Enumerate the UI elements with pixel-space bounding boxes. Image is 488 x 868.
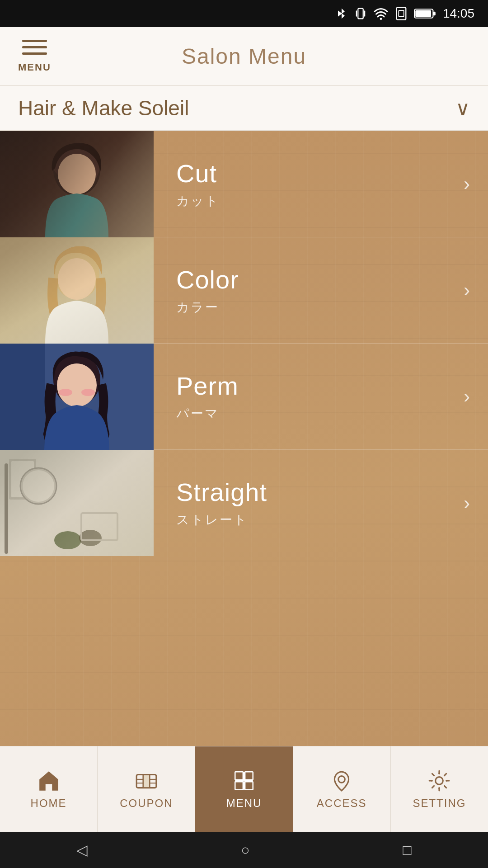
- setting-icon: [427, 769, 451, 793]
- wifi-icon: [373, 7, 389, 20]
- nav-setting-label: SETTING: [413, 797, 466, 810]
- android-recent-button[interactable]: □: [403, 842, 411, 859]
- svg-point-3: [380, 18, 382, 20]
- menu-item-perm[interactable]: Perm パーマ ›: [0, 344, 488, 450]
- cut-en-label: Cut: [176, 159, 220, 188]
- menu-bar-1: [22, 40, 47, 42]
- nav-menu-label: MENU: [226, 797, 262, 810]
- vibrate-icon: [354, 6, 367, 21]
- svg-rect-19: [0, 344, 154, 450]
- straight-info: Straight ストレート ›: [154, 450, 488, 556]
- svg-rect-28: [9, 459, 36, 500]
- menu-item-straight[interactable]: Straight ストレート ›: [0, 450, 488, 556]
- menu-item-cut[interactable]: Cut カット ›: [0, 131, 488, 237]
- page-title: Salon Menu: [182, 44, 306, 69]
- svg-rect-29: [11, 461, 34, 497]
- svg-rect-45: [245, 772, 253, 780]
- header: MENU Salon Menu: [0, 27, 488, 86]
- sim-icon: [395, 6, 408, 21]
- svg-rect-8: [433, 12, 435, 16]
- svg-rect-4: [397, 7, 406, 19]
- menu-bar-2: [22, 46, 47, 48]
- svg-rect-44: [235, 772, 243, 780]
- cut-info: Cut カット ›: [154, 131, 488, 237]
- perm-chevron-icon: ›: [464, 386, 470, 407]
- svg-rect-10: [0, 131, 154, 237]
- perm-text: Perm パーマ: [176, 371, 239, 422]
- perm-thumbnail: [0, 344, 154, 450]
- svg-point-24: [81, 389, 95, 396]
- nav-access-label: ACCESS: [317, 797, 367, 810]
- battery-icon: [414, 7, 436, 20]
- svg-rect-1: [356, 10, 357, 17]
- color-text: Color カラー: [176, 265, 239, 316]
- svg-rect-43: [144, 775, 149, 787]
- svg-point-51: [436, 777, 443, 784]
- menu-button[interactable]: MENU: [18, 40, 51, 73]
- svg-rect-13: [0, 237, 154, 344]
- straight-ja-label: ストレート: [176, 511, 267, 528]
- bottom-nav: HOME COUPON MENU: [0, 746, 488, 832]
- nav-item-setting[interactable]: SETTING: [391, 746, 488, 832]
- svg-rect-2: [364, 10, 365, 17]
- svg-point-15: [54, 250, 99, 299]
- coupon-icon: [135, 769, 158, 793]
- menu-nav-icon: [232, 769, 256, 793]
- time-display: 14:05: [443, 6, 474, 21]
- svg-rect-25: [0, 450, 154, 556]
- perm-en-label: Perm: [176, 371, 239, 401]
- android-home-button[interactable]: ○: [241, 842, 249, 859]
- menu-icon-label: MENU: [18, 61, 51, 73]
- svg-point-32: [54, 531, 81, 549]
- svg-point-50: [338, 776, 345, 783]
- nav-item-home[interactable]: HOME: [0, 746, 98, 832]
- svg-rect-26: [0, 450, 154, 556]
- cut-chevron-icon: ›: [464, 173, 470, 195]
- color-ja-label: カラー: [176, 299, 239, 316]
- salon-selector[interactable]: Hair & Make Soleil ∨: [0, 86, 488, 131]
- svg-rect-5: [399, 10, 404, 17]
- nav-item-access[interactable]: ACCESS: [293, 746, 391, 832]
- android-nav-bar: ◁ ○ □: [0, 832, 488, 868]
- svg-rect-9: [0, 131, 154, 237]
- svg-rect-35: [81, 513, 117, 540]
- svg-point-22: [57, 363, 97, 407]
- straight-thumbnail: [0, 450, 154, 556]
- nav-home-label: HOME: [31, 797, 67, 810]
- straight-chevron-icon: ›: [464, 492, 470, 514]
- svg-rect-17: [0, 344, 154, 450]
- home-icon: [37, 769, 61, 793]
- svg-point-11: [53, 143, 100, 196]
- nav-item-menu[interactable]: MENU: [195, 746, 293, 832]
- cut-thumbnail: [0, 131, 154, 237]
- menu-item-color[interactable]: Color カラー ›: [0, 237, 488, 344]
- nav-coupon-label: COUPON: [120, 797, 173, 810]
- android-back-button[interactable]: ◁: [76, 841, 88, 859]
- svg-point-21: [53, 354, 100, 406]
- menu-bar-3: [22, 52, 47, 55]
- color-chevron-icon: ›: [464, 279, 470, 301]
- svg-rect-47: [245, 782, 253, 790]
- svg-rect-14: [0, 237, 154, 344]
- svg-point-23: [59, 389, 72, 396]
- color-thumbnail: [0, 237, 154, 344]
- svg-point-33: [79, 530, 102, 546]
- nav-item-coupon[interactable]: COUPON: [98, 746, 195, 832]
- salon-name: Hair & Make Soleil: [18, 96, 189, 120]
- svg-rect-46: [235, 782, 243, 790]
- svg-rect-27: [0, 450, 154, 556]
- color-info: Color カラー ›: [154, 237, 488, 343]
- svg-point-30: [20, 468, 56, 504]
- status-bar: 14:05: [0, 0, 488, 27]
- svg-point-16: [58, 258, 96, 300]
- perm-ja-label: パーマ: [176, 405, 239, 422]
- straight-text: Straight ストレート: [176, 477, 267, 528]
- bluetooth-icon: [335, 6, 348, 21]
- svg-rect-34: [5, 463, 8, 554]
- svg-rect-20: [0, 344, 45, 450]
- svg-rect-0: [358, 9, 363, 19]
- status-icons: 14:05: [335, 6, 474, 21]
- perm-info: Perm パーマ ›: [154, 344, 488, 449]
- svg-point-12: [58, 154, 96, 194]
- access-icon: [330, 769, 353, 793]
